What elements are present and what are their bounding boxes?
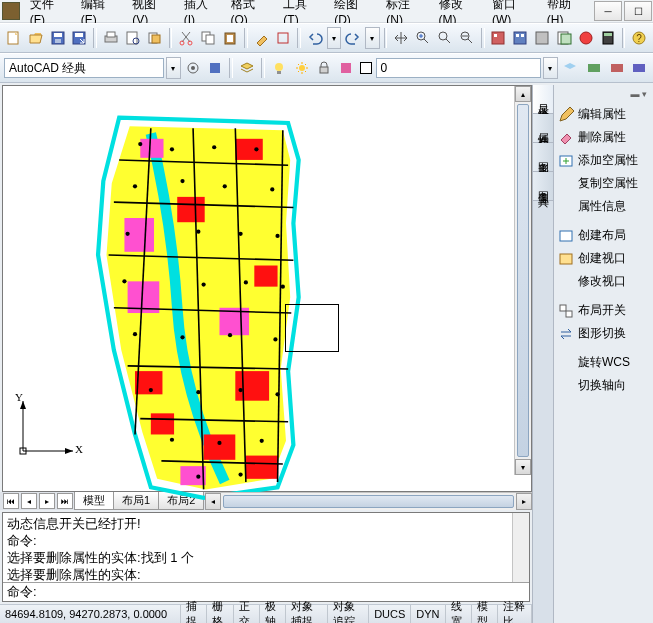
svg-point-63 — [133, 184, 137, 188]
svg-point-78 — [273, 337, 277, 341]
paste-icon[interactable] — [220, 27, 240, 49]
command-history[interactable]: 动态信息开关已经打开! 命令: 选择要删除属性的实体:找到 1 个 选择要删除属… — [3, 513, 512, 582]
svg-point-30 — [580, 32, 592, 44]
item-switch-axis[interactable]: 切换轴向 — [556, 374, 651, 397]
layer-selector[interactable] — [376, 58, 541, 78]
status-dyn[interactable]: DYN — [411, 605, 445, 623]
workspace-selector[interactable] — [4, 58, 164, 78]
layer-dropdown[interactable]: ▾ — [543, 57, 558, 79]
status-grid[interactable]: 栅格 — [207, 605, 233, 623]
ws-save-icon[interactable] — [205, 57, 225, 79]
zoom-prev-icon[interactable] — [457, 27, 477, 49]
sun-icon[interactable] — [292, 57, 312, 79]
status-lwt[interactable]: 线宽 — [446, 605, 472, 623]
workspace-dropdown[interactable]: ▾ — [166, 57, 181, 79]
status-osnap[interactable]: 对象捕捉 — [286, 605, 328, 623]
viewport-icon — [558, 251, 574, 267]
svg-point-85 — [260, 439, 264, 443]
tb-r3-icon[interactable] — [629, 57, 649, 79]
cut-icon[interactable] — [176, 27, 196, 49]
vscrollbar[interactable]: ▴▾ — [514, 86, 531, 475]
item-create-layout[interactable]: 创建布局 — [556, 224, 651, 247]
zoom-win-icon[interactable] — [435, 27, 455, 49]
redo-dropdown[interactable]: ▾ — [365, 27, 379, 49]
item-info-attr[interactable]: 属性信息 — [556, 195, 651, 218]
sheetset-icon[interactable] — [554, 27, 574, 49]
restore-button[interactable]: ☐ — [624, 1, 652, 21]
saveas-icon[interactable] — [69, 27, 89, 49]
palette-tab-shape[interactable]: 图形工具 — [533, 143, 553, 172]
ucs-x-label: X — [75, 443, 83, 455]
svg-rect-18 — [278, 33, 288, 43]
status-polar[interactable]: 极轴 — [260, 605, 286, 623]
status-ducs[interactable]: DUCS — [369, 605, 411, 623]
preview-icon[interactable] — [123, 27, 143, 49]
svg-point-75 — [133, 332, 137, 336]
svg-rect-7 — [107, 32, 115, 37]
item-create-vp[interactable]: 创建视口 — [556, 247, 651, 270]
bulb-icon[interactable] — [269, 57, 289, 79]
tb-r2-icon[interactable] — [606, 57, 626, 79]
svg-point-38 — [275, 63, 283, 71]
svg-rect-53 — [235, 371, 269, 401]
plot-icon[interactable] — [101, 27, 121, 49]
svg-rect-57 — [254, 266, 277, 287]
svg-rect-37 — [210, 63, 220, 73]
new-icon[interactable] — [4, 27, 24, 49]
open-icon[interactable] — [26, 27, 46, 49]
svg-point-66 — [270, 187, 274, 191]
toolpal-icon[interactable] — [532, 27, 552, 49]
save-icon[interactable] — [48, 27, 68, 49]
item-layout-switch[interactable]: 布局开关 — [556, 299, 651, 322]
svg-point-79 — [149, 388, 153, 392]
command-window: 动态信息开关已经打开! 命令: 选择要删除属性的实体:找到 1 个 选择要删除属… — [2, 512, 530, 602]
item-rotate-wcs[interactable]: 旋转WCS — [556, 351, 651, 374]
item-del-attr[interactable]: 删除属性 — [556, 126, 651, 149]
layers-icon[interactable] — [237, 57, 257, 79]
tb-r1-icon[interactable] — [584, 57, 604, 79]
hscrollbar[interactable]: ◂▸ — [205, 492, 532, 510]
cmd-vscroll[interactable] — [512, 513, 529, 582]
zoom-rt-icon[interactable] — [413, 27, 433, 49]
item-shape-switch[interactable]: 图形切换 — [556, 322, 651, 345]
status-snap[interactable]: 捕捉 — [181, 605, 207, 623]
block-icon[interactable] — [273, 27, 293, 49]
palette-tab-stats[interactable]: 显示统计 — [533, 85, 553, 114]
markup-icon[interactable] — [576, 27, 596, 49]
match-icon[interactable] — [252, 27, 272, 49]
layer-prev-icon[interactable] — [560, 57, 580, 79]
copy-icon[interactable] — [198, 27, 218, 49]
help-icon[interactable]: ? — [629, 27, 649, 49]
drawing-area[interactable]: Y X ▴▾ — [2, 85, 532, 492]
redo-icon[interactable] — [343, 27, 363, 49]
color-icon[interactable] — [336, 57, 356, 79]
ucs-icon: Y X — [13, 391, 83, 461]
svg-point-76 — [180, 335, 184, 339]
lock-icon[interactable] — [314, 57, 334, 79]
svg-rect-43 — [588, 64, 600, 72]
ws-settings-icon[interactable] — [183, 57, 203, 79]
svg-rect-27 — [536, 32, 548, 44]
publish-icon[interactable] — [145, 27, 165, 49]
svg-rect-90 — [560, 231, 572, 241]
item-copy-attr[interactable]: 复制空属性 — [556, 172, 651, 195]
palette-menu-icon[interactable]: ▬ ▾ — [556, 89, 651, 103]
properties-icon[interactable] — [489, 27, 509, 49]
calc-icon[interactable] — [598, 27, 618, 49]
palette-tab-image[interactable]: 图像工具 — [533, 172, 553, 201]
tool-palette: 显示统计 属性布局 图形工具 图像工具 ▬ ▾ 编辑属性 删除属性 添加空属性 … — [532, 85, 653, 623]
pan-icon[interactable] — [391, 27, 411, 49]
status-model[interactable]: 模型 — [472, 605, 498, 623]
dcenter-icon[interactable] — [510, 27, 530, 49]
item-mod-vp[interactable]: 修改视口 — [556, 270, 651, 293]
status-otrack[interactable]: 对象追踪 — [328, 605, 370, 623]
palette-tab-layout[interactable]: 属性布局 — [533, 114, 553, 143]
item-edit-attr[interactable]: 编辑属性 — [556, 103, 651, 126]
svg-point-77 — [228, 333, 232, 337]
undo-icon[interactable] — [305, 27, 325, 49]
minimize-button[interactable]: ─ — [594, 1, 622, 21]
undo-dropdown[interactable]: ▾ — [327, 27, 341, 49]
status-ortho[interactable]: 正交 — [234, 605, 260, 623]
item-add-attr[interactable]: 添加空属性 — [556, 149, 651, 172]
status-annoscale[interactable]: 注释比 — [498, 605, 532, 623]
